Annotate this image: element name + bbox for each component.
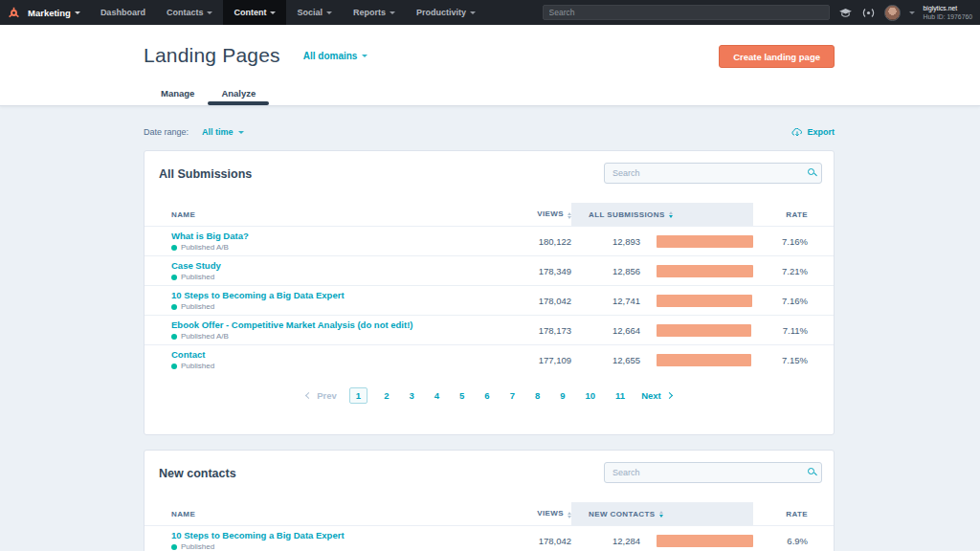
page-number[interactable]: 2 (380, 388, 392, 403)
date-range-dropdown[interactable]: All time (202, 127, 244, 137)
page-link[interactable]: Ebook Offer - Competitive Market Analysi… (171, 320, 487, 330)
page-link[interactable]: 10 Steps to Becoming a Big Data Expert (171, 290, 487, 300)
nav-item[interactable]: Dashboard (90, 0, 156, 25)
pagination-prev-label: Prev (317, 390, 337, 401)
nav-item-label: Content (234, 8, 266, 17)
account-hub-id: Hub ID: 1976760 (924, 12, 972, 21)
page-link[interactable]: Contact (171, 349, 487, 360)
name-cell: What is Big Data? Published A/B (171, 231, 487, 252)
page-link[interactable]: Case Study (171, 260, 487, 271)
nav-brand-label: Marketing (28, 8, 71, 18)
nav-item[interactable]: Social (286, 0, 343, 25)
rate-cell: 7.16% (753, 296, 808, 306)
page-number[interactable]: 4 (431, 388, 443, 403)
status-badge: Published (171, 542, 487, 551)
app-window: Marketing Dashboard Contacts Content (0, 0, 980, 551)
nav-item-label: Contacts (167, 8, 204, 17)
create-landing-page-button[interactable]: Create landing page (719, 45, 835, 68)
chevron-left-icon (305, 392, 312, 399)
page-link[interactable]: What is Big Data? (171, 231, 487, 241)
chevron-down-icon (207, 11, 212, 14)
tab[interactable]: Manage (147, 82, 208, 105)
nav-item[interactable]: Productivity (406, 0, 486, 25)
bar-cell (640, 235, 753, 248)
nav-item[interactable]: Reports (343, 0, 406, 25)
user-avatar[interactable] (884, 5, 901, 21)
cloud-download-icon (791, 128, 803, 137)
nav-item[interactable]: Contacts (156, 0, 224, 25)
metric-bar (657, 354, 751, 366)
status-badge: Published A/B (171, 243, 487, 252)
broadcast-icon[interactable] (861, 8, 876, 18)
hubspot-sprocket-icon[interactable] (8, 7, 20, 19)
search-icon[interactable] (808, 468, 814, 474)
chevron-down-icon[interactable] (909, 11, 915, 14)
academy-cap-icon[interactable] (838, 8, 853, 18)
nav-item-label: Social (297, 8, 323, 17)
page-number[interactable]: 6 (480, 388, 493, 403)
search-icon[interactable] (808, 168, 814, 175)
domain-filter-label: All domains (303, 51, 358, 61)
contacts-search-input[interactable] (604, 462, 822, 483)
name-cell: 10 Steps to Becoming a Big Data Expert P… (171, 290, 487, 311)
submissions-search-input[interactable] (604, 163, 822, 184)
metric-bar (657, 324, 751, 337)
metric-cell: 12,655 (571, 355, 640, 365)
pagination-prev[interactable]: Prev (306, 390, 337, 401)
page-number[interactable]: 7 (506, 388, 519, 403)
metric-cell: 12,856 (571, 266, 640, 276)
status-label: Published A/B (181, 332, 229, 341)
name-cell: 10 Steps to Becoming a Big Data Expert P… (171, 530, 487, 551)
views-cell: 178,042 (487, 296, 571, 306)
metric-bar (657, 265, 753, 277)
published-dot-icon (171, 275, 177, 280)
column-header-metric[interactable]: NEW CONTACTS (571, 502, 753, 525)
table-row: 10 Steps to Becoming a Big Data Expert P… (145, 525, 834, 551)
page-number[interactable]: 3 (405, 388, 417, 403)
column-header-views-label: VIEWS (537, 209, 564, 218)
page-link[interactable]: 10 Steps to Becoming a Big Data Expert (171, 530, 487, 540)
column-header-rate[interactable]: RATE (753, 510, 808, 518)
column-header-metric-label: NEW CONTACTS (589, 510, 656, 518)
column-header-name[interactable]: NAME (171, 510, 487, 518)
global-search-input[interactable] (543, 5, 830, 20)
date-range-label: Date range: (144, 127, 189, 137)
section-title: All Submissions (159, 163, 252, 181)
status-label: Published (181, 362, 214, 370)
nav-brand-marketing[interactable]: Marketing (24, 0, 90, 25)
chevron-down-icon (470, 11, 476, 14)
column-header-views[interactable]: VIEWS (487, 509, 571, 518)
submissions-table-body: What is Big Data? Published A/B 180,122 … (145, 226, 834, 374)
page-number[interactable]: 10 (582, 388, 600, 403)
nav-items: Dashboard Contacts Content Social (90, 0, 486, 25)
table-row: 10 Steps to Becoming a Big Data Expert P… (145, 285, 834, 315)
page-number[interactable]: 11 (612, 388, 629, 403)
domain-filter-dropdown[interactable]: All domains (303, 51, 368, 61)
published-dot-icon (171, 334, 177, 340)
pagination-next-label: Next (641, 390, 661, 401)
toolbar: Date range: All time Export (144, 127, 835, 137)
tab[interactable]: Analyze (208, 82, 269, 105)
views-cell: 177,109 (487, 355, 571, 365)
page-number[interactable]: 8 (531, 388, 544, 403)
column-header-rate[interactable]: RATE (753, 210, 808, 219)
column-header-metric[interactable]: ALL SUBMISSIONS (571, 203, 753, 226)
rate-cell: 7.16% (753, 236, 808, 247)
sort-desc-icon (669, 211, 673, 218)
chevron-down-icon (238, 131, 244, 134)
page-number[interactable]: 9 (556, 388, 568, 403)
pagination-next[interactable]: Next (641, 390, 672, 401)
nav-item[interactable]: Content (223, 0, 286, 25)
page-number[interactable]: 5 (456, 388, 468, 403)
status-label: Published (181, 542, 214, 551)
export-button[interactable]: Export (791, 127, 835, 137)
column-header-views[interactable]: VIEWS (487, 209, 571, 219)
rate-cell: 7.15% (753, 355, 808, 365)
table-header: NAME VIEWS ALL SUBMISSIONS RATE (145, 203, 834, 226)
page-number[interactable]: 1 (349, 387, 368, 404)
status-label: Published (181, 273, 214, 281)
column-header-name[interactable]: NAME (171, 210, 487, 219)
tab-bar: Manage Analyze (147, 82, 269, 105)
views-cell: 178,042 (487, 536, 571, 546)
status-label: Published (181, 302, 214, 311)
